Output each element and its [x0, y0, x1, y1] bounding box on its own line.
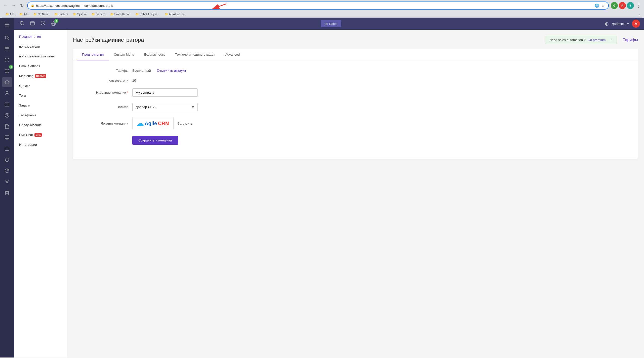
agile-text: Agile: [145, 121, 157, 126]
app-wrapper: 4 $: [0, 18, 644, 357]
bookmark-system1[interactable]: 📁 System: [53, 12, 69, 16]
trash-sidebar-icon[interactable]: [2, 188, 12, 198]
timer-sidebar-icon[interactable]: [2, 155, 12, 165]
bookmarks-more[interactable]: »: [638, 13, 640, 16]
search-top-icon[interactable]: [18, 19, 26, 28]
upload-button[interactable]: Загрузить: [178, 122, 192, 125]
profile-green[interactable]: G: [611, 2, 618, 9]
nav-item-marketing[interactable]: Marketing НОВЫЙ: [14, 71, 67, 81]
nav-label-users: пользователи: [19, 45, 40, 48]
svg-rect-34: [6, 192, 9, 195]
logo-container: ☁ AgileCRM Загрузить: [132, 117, 193, 130]
tab-preferences[interactable]: Предпочтения: [77, 49, 109, 60]
currency-label: Валюта: [83, 105, 128, 109]
chart-sidebar-icon[interactable]: [2, 166, 12, 176]
nav-item-tags[interactable]: Теги: [14, 91, 67, 100]
nav-item-preferences[interactable]: Предпочтения: [14, 32, 67, 42]
settings-sidebar-icon[interactable]: [2, 177, 12, 187]
reports-sidebar-icon[interactable]: [2, 99, 12, 109]
profile-red[interactable]: R: [619, 2, 626, 9]
tariffs-label: Тарифы: [83, 69, 128, 73]
company-name-input[interactable]: [132, 88, 198, 97]
home-sidebar-icon[interactable]: [2, 77, 12, 87]
calendar-sidebar-icon[interactable]: [2, 44, 12, 54]
bookmark-icon[interactable]: ☆: [601, 3, 605, 8]
profile-icons: G R T ⋮: [611, 2, 642, 9]
svg-point-15: [6, 91, 8, 93]
forward-button[interactable]: →: [10, 2, 17, 9]
nav-item-users[interactable]: пользователи: [14, 42, 67, 51]
tabs-bar: Предпочтения Custom Menu Безопасность Те…: [73, 49, 638, 60]
user-avatar-top[interactable]: A: [632, 20, 640, 28]
translate-icon[interactable]: 🌐: [594, 3, 599, 8]
theme-toggle[interactable]: ◐: [605, 21, 609, 26]
nav-label-tasks: Задачи: [19, 103, 30, 107]
svg-rect-1: [5, 24, 9, 25]
users-label: пользователи: [83, 79, 128, 82]
cancel-account-link[interactable]: Отменить аккаунт: [157, 68, 186, 73]
save-button[interactable]: Сохранить изменения: [132, 136, 178, 145]
icon-sidebar: 4 $: [0, 18, 14, 357]
bookmark-noname[interactable]: 📁 No Name: [32, 12, 51, 16]
clock-top-icon[interactable]: [39, 19, 47, 28]
form-row-company-name: Название компании *: [83, 88, 628, 97]
currency-select[interactable]: Доллар США Евро Рубль Фунт стерлингов: [132, 103, 198, 111]
hamburger-icon[interactable]: [2, 20, 12, 30]
form-row-save: Сохранить изменения: [83, 136, 628, 145]
nav-item-deals[interactable]: Сделки: [14, 81, 67, 91]
tab-sso-label: Технология единого входа: [175, 53, 215, 56]
nav-label-deals: Сделки: [19, 84, 30, 88]
bookmark-system2[interactable]: 📁 System: [71, 12, 88, 16]
address-bar-input[interactable]: [36, 4, 593, 8]
bookmark-sales[interactable]: 📁 Sales Report: [109, 12, 132, 16]
nav-item-integrations[interactable]: Интеграции: [14, 140, 67, 150]
logo-label: Логотип компании: [83, 122, 128, 125]
nav-label-live-chat: Live Chat: [19, 133, 33, 137]
add-button[interactable]: Добавить ▾: [612, 22, 629, 26]
marketing-badge: НОВЫЙ: [35, 74, 46, 78]
refresh-button[interactable]: ↻: [18, 2, 25, 9]
svg-rect-27: [5, 147, 9, 151]
grid-icon: ⊞: [325, 22, 328, 26]
bookmark-system3[interactable]: 📁 System: [90, 12, 107, 16]
tab-security[interactable]: Безопасность: [139, 49, 170, 60]
bookmark-ads1[interactable]: 📁 Ads: [4, 12, 16, 16]
content-area: 4 ⊞ Sales ◐ Добавить ▾ A Предпочтения: [14, 18, 644, 357]
nav-item-custom-fields[interactable]: пользовательские поля: [14, 51, 67, 61]
logo-box: ☁ AgileCRM: [132, 117, 174, 130]
clock-sidebar-icon[interactable]: [2, 55, 12, 65]
promo-close-icon[interactable]: ×: [611, 38, 613, 42]
calendar-top-icon[interactable]: [29, 19, 36, 28]
nav-item-live-chat[interactable]: Live Chat Beta: [14, 130, 67, 140]
sales-button[interactable]: ⊞ Sales: [321, 20, 342, 27]
add-chevron-icon: ▾: [627, 22, 629, 26]
money-sidebar-icon[interactable]: $: [2, 110, 12, 120]
sales-label: Sales: [329, 22, 338, 26]
nav-item-service[interactable]: Обслуживание: [14, 120, 67, 130]
nav-item-tasks[interactable]: Задачи: [14, 100, 67, 110]
svg-line-40: [23, 24, 24, 25]
svg-rect-0: [5, 23, 9, 23]
document-sidebar-icon[interactable]: [2, 121, 12, 131]
promo-link[interactable]: Go premium.: [588, 38, 607, 42]
svg-rect-24: [5, 136, 9, 138]
tariffs-header-link[interactable]: Тарифы: [623, 38, 638, 42]
bookmark-robot[interactable]: 📁 Robot Analytic...: [134, 12, 161, 16]
tab-advanced[interactable]: Advanced: [220, 49, 245, 60]
search-sidebar-icon[interactable]: [2, 33, 12, 43]
nav-item-telephony[interactable]: Телефония: [14, 110, 67, 120]
browser-menu-button[interactable]: ⋮: [635, 2, 642, 9]
nav-item-email-settings[interactable]: Email Settings: [14, 61, 67, 71]
contacts-sidebar-icon[interactable]: [2, 88, 12, 98]
back-button[interactable]: ←: [2, 2, 9, 9]
tab-custom-menu[interactable]: Custom Menu: [109, 49, 139, 60]
address-bar-actions: 🌐 ☆: [594, 3, 605, 8]
profile-teal[interactable]: T: [627, 2, 634, 9]
tab-custom-menu-label: Custom Menu: [114, 53, 134, 56]
bookmark-ads2[interactable]: 📁 Ads: [18, 12, 30, 16]
required-star: *: [127, 91, 128, 94]
bookmark-ab[interactable]: 📁 AB All works...: [163, 12, 188, 16]
screen-sidebar-icon[interactable]: [2, 132, 12, 142]
calendar2-sidebar-icon[interactable]: [2, 144, 12, 154]
tab-sso[interactable]: Технология единого входа: [170, 49, 220, 60]
